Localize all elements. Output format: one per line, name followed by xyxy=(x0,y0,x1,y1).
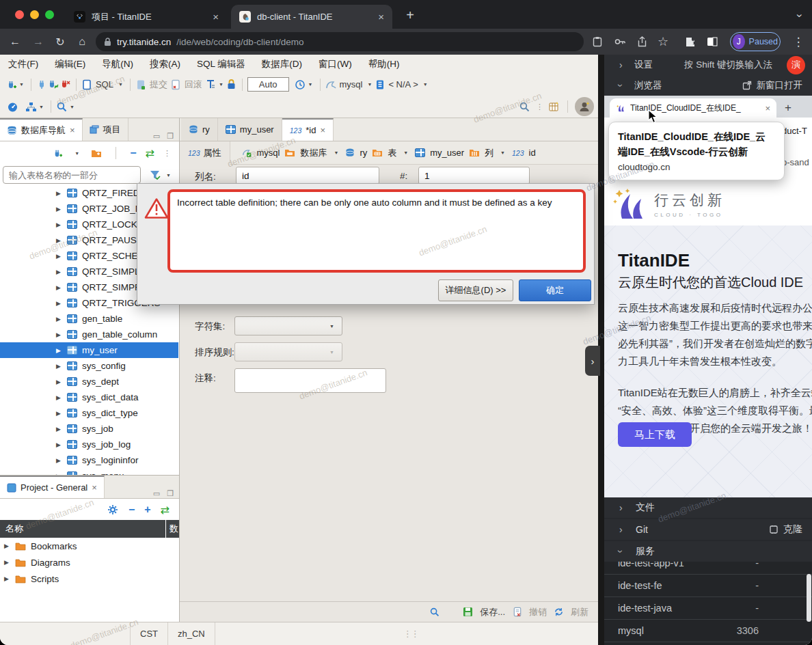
expand-arrow-icon[interactable]: ▶ xyxy=(56,237,62,244)
breadcrumb-table[interactable]: my_user xyxy=(430,148,464,158)
undo-button[interactable]: 撤销 xyxy=(529,606,547,618)
breadcrumb-driver[interactable]: mysql xyxy=(257,148,280,158)
profile-button[interactable]: J Paused xyxy=(730,32,781,51)
undo-doc-icon[interactable] xyxy=(511,606,523,618)
service-row[interactable]: ide-test-java - xyxy=(604,597,812,620)
tab-database-navigator[interactable]: 数据库导航 × xyxy=(0,118,83,141)
settings-section-row[interactable]: › 设置 按 Shift 键切换输入法 演 xyxy=(604,55,812,75)
sql-button[interactable]: SQL xyxy=(96,79,113,90)
driver-select[interactable]: mysql xyxy=(340,79,363,90)
new-connection-icon[interactable] xyxy=(5,79,17,90)
mini-tab-close-icon[interactable]: × xyxy=(765,103,770,113)
clipboard-icon[interactable] xyxy=(589,33,606,50)
tab-column-id[interactable]: 123 *id × xyxy=(282,118,334,141)
column-name-input[interactable] xyxy=(236,167,379,184)
project-tree-item[interactable]: ▶ Diagrams xyxy=(0,554,179,571)
table-tree-item[interactable]: ▶ my_user xyxy=(0,342,178,358)
expand-arrow-icon[interactable]: ▶ xyxy=(56,363,62,370)
service-row[interactable]: mysql 3306 xyxy=(604,620,812,642)
service-row[interactable]: ide-test-app-v1 - xyxy=(604,562,812,575)
catalog-caret-icon[interactable]: ▼ xyxy=(334,150,338,155)
disconnect-icon[interactable] xyxy=(59,79,71,90)
bookmark-star-icon[interactable]: ☆ xyxy=(655,33,671,50)
history-caret-icon[interactable]: ▼ xyxy=(308,82,313,87)
table-tree-item[interactable]: ▶ sys_logininfor xyxy=(0,452,178,468)
browser-section-row[interactable]: › 浏览器 新窗口打开 xyxy=(604,75,812,96)
git-section-row[interactable]: › Git 克隆 xyxy=(604,519,812,540)
transaction-caret-icon[interactable]: ▼ xyxy=(219,82,224,87)
reconnect-icon[interactable] xyxy=(48,79,59,90)
tab-properties[interactable]: 123 属性 xyxy=(180,141,230,165)
mini-browser-tab[interactable]: TitanIDE_CloudIDE_在线IDE_ × xyxy=(610,98,776,118)
table-tree-item[interactable]: ▶ sys_job_log xyxy=(0,437,178,452)
expand-arrow-icon[interactable]: ▶ xyxy=(56,190,62,197)
drag-handle-icon[interactable]: ⋮⋮ xyxy=(403,629,418,639)
details-button[interactable]: 详细信息(D) >> xyxy=(438,279,513,301)
network-caret-icon[interactable]: ▼ xyxy=(39,105,44,109)
service-row[interactable]: ide-test-fe - xyxy=(604,575,812,597)
collation-select[interactable]: ▼ xyxy=(234,342,342,361)
connect-icon[interactable] xyxy=(36,79,48,90)
expand-arrow-icon[interactable]: ▶ xyxy=(56,441,62,448)
breadcrumb-column[interactable]: id xyxy=(529,148,536,158)
expand-arrow-icon[interactable]: ▶ xyxy=(4,575,10,582)
filter-caret-icon[interactable]: ▼ xyxy=(166,173,171,178)
expand-arrow-icon[interactable]: ▶ xyxy=(56,253,62,260)
expand-arrow-icon[interactable]: ▶ xyxy=(56,206,62,212)
share-icon[interactable] xyxy=(634,33,650,50)
files-section-row[interactable]: › 文件 xyxy=(604,497,812,518)
link-editor-icon[interactable]: ⇄ xyxy=(146,147,154,160)
ok-button[interactable]: 确定 xyxy=(519,279,591,301)
project-tree-item[interactable]: ▶ Scripts xyxy=(0,571,179,587)
transaction-log-icon[interactable] xyxy=(205,79,217,90)
charset-select[interactable]: ▼ xyxy=(234,316,342,335)
collapse-all-icon[interactable]: − xyxy=(130,147,136,159)
view-menu-icon[interactable]: ⋮ xyxy=(163,149,171,158)
tab-table-my-user[interactable]: my_user xyxy=(218,118,282,141)
ordinal-input[interactable] xyxy=(418,167,530,184)
menu-item[interactable]: 窗口(W) xyxy=(319,58,352,70)
expand-arrow-icon[interactable]: ▶ xyxy=(4,543,10,549)
network-topology-icon[interactable] xyxy=(25,101,37,113)
window-minimize-button[interactable] xyxy=(30,10,39,19)
schema-select[interactable]: < N/A > xyxy=(388,79,418,90)
expand-arrow-icon[interactable]: ▶ xyxy=(56,284,62,291)
download-button[interactable]: 马上下载 xyxy=(618,422,692,447)
link-editor-icon[interactable]: ⇄ xyxy=(161,504,170,517)
table-tree-item[interactable]: ▶ sys_menu xyxy=(0,468,178,475)
commit-button[interactable]: 提交 xyxy=(150,79,167,91)
save-floppy-icon[interactable] xyxy=(462,606,474,618)
expand-arrow-icon[interactable]: ▶ xyxy=(4,559,10,566)
browser-tab-db-client[interactable]: db-client - TitanIDE × xyxy=(231,5,392,29)
schema-caret-icon[interactable]: ▼ xyxy=(423,82,428,87)
maximize-panel-icon[interactable]: ❒ xyxy=(167,489,174,498)
driver-caret-icon[interactable]: ▼ xyxy=(367,82,372,87)
forward-button[interactable]: → xyxy=(30,33,46,50)
new-tab-button[interactable]: + xyxy=(402,7,418,23)
lock-toolbar-icon[interactable] xyxy=(226,79,237,90)
expand-arrow-icon[interactable]: ▶ xyxy=(56,269,62,275)
tab-close-icon[interactable]: × xyxy=(320,125,325,135)
home-button[interactable]: ⌂ xyxy=(74,33,90,50)
git-clone-button[interactable]: 克隆 xyxy=(769,523,802,536)
menu-item[interactable]: 搜索(A) xyxy=(150,58,180,70)
password-key-icon[interactable] xyxy=(612,33,628,50)
browser-menu-icon[interactable]: ⋮ xyxy=(790,33,807,50)
table-filter-input[interactable] xyxy=(3,166,141,184)
table-tree-item[interactable]: ▶ sys_job xyxy=(0,421,178,437)
save-button[interactable]: 保存... xyxy=(480,606,505,618)
back-button[interactable]: ← xyxy=(7,33,23,50)
columns-caret-icon[interactable]: ▼ xyxy=(500,150,505,155)
breadcrumb-catalog[interactable]: 数据库 xyxy=(300,147,327,159)
window-close-button[interactable] xyxy=(15,10,24,19)
address-bar[interactable]: try.titanide.cn/ide/web/coding/db-client… xyxy=(96,32,584,51)
table-tree-item[interactable]: ▶ sys_dict_type xyxy=(0,405,178,421)
browser-tab-project[interactable]: 项目 - TitanIDE × xyxy=(66,5,227,29)
search-toolbar-icon[interactable] xyxy=(56,101,68,113)
search-caret-icon[interactable]: ▼ xyxy=(70,105,75,109)
menu-item[interactable]: 数据库(D) xyxy=(262,58,302,70)
services-scrollbar[interactable] xyxy=(807,574,811,622)
expand-arrow-icon[interactable]: ▶ xyxy=(56,457,62,464)
expand-arrow-icon[interactable]: ▶ xyxy=(56,331,62,338)
new-folder-icon[interactable] xyxy=(90,148,102,159)
